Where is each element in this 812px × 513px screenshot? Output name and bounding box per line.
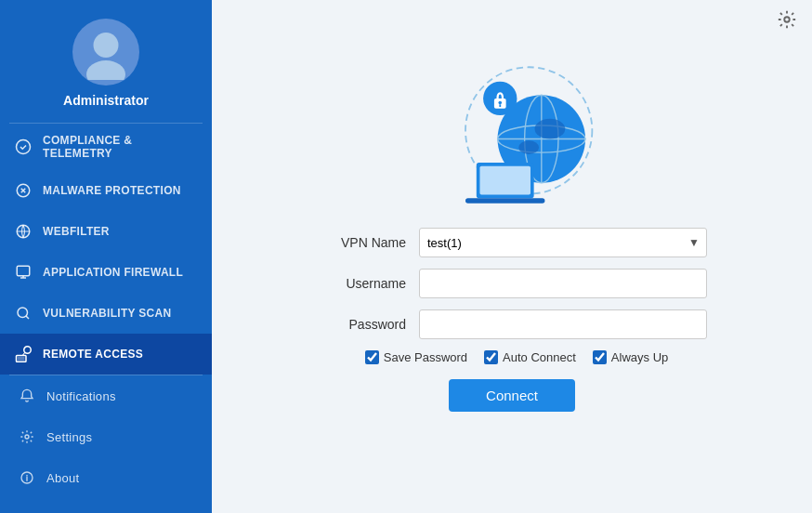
save-password-checkbox-label[interactable]: Save Password <box>365 350 467 364</box>
username-label: Username <box>317 276 419 291</box>
svg-point-0 <box>94 33 119 58</box>
profile-section: Administrator <box>0 0 212 123</box>
sidebar-item-malware[interactable]: MALWARE PROTECTION <box>0 170 212 211</box>
vulnscan-icon <box>13 303 33 323</box>
svg-point-26 <box>498 101 502 105</box>
remoteaccess-icon <box>13 344 33 364</box>
notifications-label: Notifications <box>46 389 116 403</box>
sidebar-item-vulnscan-label: VULNERABILITY SCAN <box>43 307 172 320</box>
auto-connect-checkbox[interactable] <box>484 350 498 364</box>
vpn-form: VPN Name test(1) test(2) office-vpn ▼ Us… <box>317 228 707 412</box>
checkboxes-row: Save Password Auto Connect Always Up <box>317 350 707 364</box>
sidebar-item-notifications[interactable]: Notifications <box>0 375 212 416</box>
username-row: Username <box>317 269 707 298</box>
always-up-checkbox-label[interactable]: Always Up <box>593 350 668 364</box>
sidebar-item-settings[interactable]: Settings <box>0 416 212 457</box>
save-password-text: Save Password <box>384 350 467 364</box>
svg-rect-22 <box>479 166 530 195</box>
sidebar: Administrator COMPLIANCE & TELEMETRY MAL… <box>0 0 212 513</box>
username-input[interactable] <box>419 269 707 298</box>
vpn-illustration <box>419 51 605 218</box>
sidebar-item-webfilter[interactable]: WEBFILTER <box>0 211 212 252</box>
sidebar-item-about[interactable]: About <box>0 457 212 498</box>
vpn-name-select[interactable]: test(1) test(2) office-vpn <box>419 228 707 257</box>
save-password-checkbox[interactable] <box>365 350 379 364</box>
sidebar-item-remoteaccess[interactable]: REMOTE ACCESS <box>0 334 212 375</box>
svg-point-12 <box>784 17 790 22</box>
sidebar-item-remoteaccess-label: REMOTE ACCESS <box>43 348 143 361</box>
notifications-icon <box>17 386 37 406</box>
svg-rect-23 <box>465 198 544 203</box>
about-icon <box>17 467 37 488</box>
vpn-name-label: VPN Name <box>317 235 419 250</box>
sidebar-item-vulnscan[interactable]: VULNERABILITY SCAN <box>0 293 212 334</box>
main-content: VPN Name test(1) test(2) office-vpn ▼ Us… <box>212 42 812 513</box>
sidebar-item-webfilter-label: WEBFILTER <box>43 225 110 238</box>
svg-rect-5 <box>17 266 30 276</box>
sidebar-item-appfirewall-label: APPLICATION FIREWALL <box>43 266 183 279</box>
password-input[interactable] <box>419 309 707 339</box>
svg-point-20 <box>518 140 539 154</box>
main-panel: VPN Name test(1) test(2) office-vpn ▼ Us… <box>212 0 812 513</box>
sidebar-item-appfirewall[interactable]: APPLICATION FIREWALL <box>0 252 212 293</box>
password-label: Password <box>317 317 419 332</box>
password-row: Password <box>317 309 707 339</box>
firewall-icon <box>13 262 33 283</box>
svg-point-2 <box>17 140 31 154</box>
svg-point-19 <box>535 119 566 139</box>
sidebar-item-compliance[interactable]: COMPLIANCE & TELEMETRY <box>0 124 212 170</box>
sidebar-item-malware-label: MALWARE PROTECTION <box>43 184 181 197</box>
always-up-text: Always Up <box>611 350 668 364</box>
gear-button[interactable] <box>777 9 797 33</box>
svg-point-6 <box>18 308 28 318</box>
profile-name: Administrator <box>63 93 149 108</box>
always-up-checkbox[interactable] <box>593 350 607 364</box>
about-label: About <box>46 471 79 485</box>
compliance-icon <box>13 137 33 157</box>
gear-icon <box>777 9 797 30</box>
webfilter-icon <box>13 221 33 242</box>
connect-button[interactable]: Connect <box>449 379 575 412</box>
settings-icon <box>17 427 37 447</box>
avatar-icon <box>78 24 134 80</box>
auto-connect-checkbox-label[interactable]: Auto Connect <box>484 350 576 364</box>
vpn-name-row: VPN Name test(1) test(2) office-vpn ▼ <box>317 228 707 257</box>
main-header <box>212 0 812 42</box>
svg-point-10 <box>25 435 29 439</box>
auto-connect-text: Auto Connect <box>503 350 576 364</box>
svg-rect-8 <box>18 357 25 361</box>
avatar <box>72 19 139 86</box>
settings-label: Settings <box>46 430 92 444</box>
svg-point-24 <box>483 82 517 115</box>
sidebar-item-compliance-label: COMPLIANCE & TELEMETRY <box>43 134 199 160</box>
svg-point-1 <box>86 60 125 80</box>
malware-icon <box>13 180 33 201</box>
vpn-name-select-wrapper: test(1) test(2) office-vpn ▼ <box>419 228 707 257</box>
